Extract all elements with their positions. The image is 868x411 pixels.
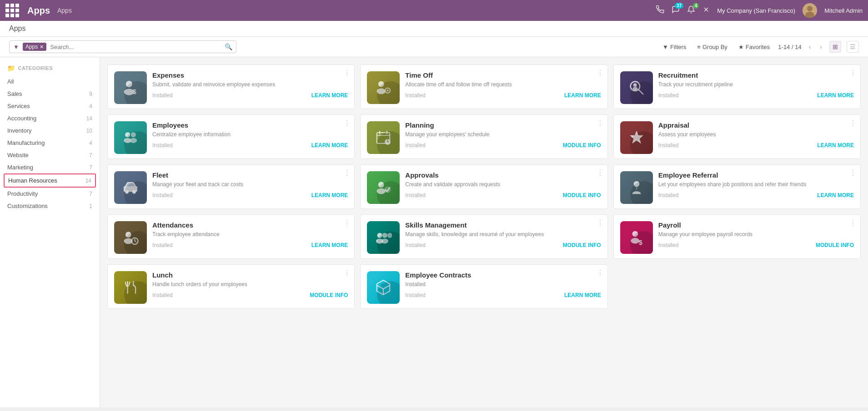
app-card: Approvals Create and validate approvals … (360, 164, 607, 209)
app-menu-dots[interactable]: ⋮ (343, 168, 351, 177)
app-menu-dots[interactable]: ⋮ (849, 69, 857, 77)
app-menu-dots[interactable]: ⋮ (343, 218, 351, 227)
sidebar-item-count: 4 (89, 103, 92, 109)
app-card: Time Off Allocate time off and follow ti… (360, 64, 607, 109)
filter-tag-close[interactable]: ✕ (40, 44, 44, 50)
app-action-button[interactable]: MODULE INFO (816, 242, 854, 248)
sidebar-item-all[interactable]: All (0, 75, 100, 88)
app-menu-dots[interactable]: ⋮ (343, 268, 351, 277)
sidebar-item-sales[interactable]: Sales 9 (0, 88, 100, 100)
prev-page-button[interactable]: ‹ (807, 42, 813, 51)
sidebar-item-services[interactable]: Services 4 (0, 100, 100, 112)
app-action-button[interactable]: MODULE INFO (563, 142, 601, 149)
favorites-button[interactable]: ★ Favorites (736, 42, 773, 52)
company-name[interactable]: My Company (San Francisco) (717, 7, 795, 14)
sidebar-item-manufacturing[interactable]: Manufacturing 4 (0, 137, 100, 149)
app-footer: Installed MODULE INFO (405, 242, 601, 248)
app-menu-dots[interactable]: ⋮ (849, 168, 857, 177)
app-info: Planning Manage your employees' schedule… (405, 121, 601, 149)
nav-link-apps[interactable]: Apps (57, 7, 72, 14)
folder-icon: 📁 (7, 64, 15, 72)
app-action-button[interactable]: MODULE INFO (563, 192, 601, 198)
sidebar-item-label: Website (7, 152, 29, 158)
app-menu-dots[interactable]: ⋮ (597, 168, 604, 177)
sidebar-item-count: 7 (89, 164, 92, 171)
sidebar-item-label: Services (7, 103, 30, 109)
app-card: Employees Centralize employee informatio… (107, 114, 355, 159)
app-action-button[interactable]: MODULE INFO (310, 292, 348, 298)
app-action-button[interactable]: LEARN MORE (817, 92, 854, 99)
app-menu-dots[interactable]: ⋮ (849, 119, 857, 127)
sidebar-item-marketing[interactable]: Marketing 7 (0, 161, 100, 173)
app-description: Let your employees share job positions a… (658, 181, 854, 188)
search-input[interactable] (50, 44, 221, 50)
avatar[interactable] (803, 3, 817, 18)
sidebar-item-inventory[interactable]: Inventory 10 (0, 124, 100, 137)
app-action-button[interactable]: LEARN MORE (817, 142, 854, 149)
filter-bar: ▼ Apps ✕ 🔍 ▼ Filters ≡ Group By ★ Favori… (0, 37, 868, 57)
sidebar-item-accounting[interactable]: Accounting 14 (0, 112, 100, 124)
app-action-button[interactable]: LEARN MORE (311, 92, 348, 99)
sidebar-item-count: 14 (85, 178, 91, 184)
svg-point-3 (807, 6, 813, 11)
app-action-button[interactable]: LEARN MORE (311, 192, 348, 198)
top-navigation: Apps Apps 37 4 My Company (San Francisco… (0, 0, 868, 21)
app-icon (114, 271, 147, 304)
sidebar-item-label: Accounting (7, 115, 36, 122)
app-status: Installed (658, 242, 679, 248)
app-action-button[interactable]: LEARN MORE (311, 242, 348, 248)
phone-icon[interactable] (656, 5, 664, 16)
page-info: 1-14 / 14 (778, 44, 801, 50)
app-footer: Installed MODULE INFO (658, 242, 854, 248)
app-footer: Installed MODULE INFO (405, 192, 601, 198)
sidebar-item-customizations[interactable]: Customizations 1 (0, 200, 100, 212)
app-footer: Installed LEARN MORE (152, 192, 348, 198)
sidebar-item-productivity[interactable]: Productivity 7 (0, 188, 100, 200)
filter-tag-apps[interactable]: Apps ✕ (23, 43, 46, 51)
app-name: Employee Referral (658, 171, 854, 179)
app-menu-dots[interactable]: ⋮ (343, 119, 351, 127)
grid-view-button[interactable]: ⊞ (829, 41, 841, 53)
app-status: Installed (405, 142, 426, 149)
sidebar-item-human-resources[interactable]: Human Resources 14 (4, 173, 96, 188)
notification-icon[interactable]: 4 (687, 5, 695, 16)
sidebar-item-label: Manufacturing (7, 139, 45, 146)
app-description: Allocate time off and follow time off re… (405, 81, 601, 89)
app-menu-dots[interactable]: ⋮ (343, 69, 351, 77)
app-action-button[interactable]: LEARN MORE (564, 292, 601, 298)
sidebar-item-label: Sales (7, 90, 22, 97)
app-name: Appraisal (658, 121, 854, 129)
app-info: Employee Contracts Installed Installed L… (405, 271, 601, 298)
filters-button[interactable]: ▼ Filters (660, 42, 689, 52)
app-action-button[interactable]: LEARN MORE (817, 192, 854, 198)
app-menu-dots[interactable]: ⋮ (597, 268, 604, 277)
sidebar: 📁 CATEGORIES All Sales 9 Services 4 Acco… (0, 57, 100, 407)
search-icon[interactable]: 🔍 (225, 43, 232, 50)
app-action-button[interactable]: MODULE INFO (563, 242, 601, 248)
secondary-title: Apps (9, 25, 25, 33)
app-action-button[interactable]: LEARN MORE (311, 142, 348, 149)
app-menu-dots[interactable]: ⋮ (849, 218, 857, 227)
next-page-button[interactable]: › (818, 42, 824, 51)
app-status: Installed (658, 92, 679, 99)
close-icon[interactable] (702, 6, 710, 15)
sidebar-item-website[interactable]: Website 7 (0, 149, 100, 161)
list-view-button[interactable]: ☰ (847, 41, 859, 53)
app-action-button[interactable]: LEARN MORE (564, 92, 601, 99)
chat-icon[interactable]: 37 (672, 5, 680, 16)
grid-menu-icon[interactable] (5, 4, 19, 17)
groupby-button[interactable]: ≡ Group By (694, 42, 730, 52)
app-status: Installed (152, 92, 173, 99)
sidebar-item-count: 1 (89, 203, 92, 209)
top-nav-icons: 37 4 My Company (San Francisco) Mitchell… (656, 3, 863, 18)
app-menu-dots[interactable]: ⋮ (597, 69, 604, 77)
app-footer: Installed LEARN MORE (405, 292, 601, 298)
app-icon (620, 171, 653, 204)
app-menu-dots[interactable]: ⋮ (597, 218, 604, 227)
app-menu-dots[interactable]: ⋮ (597, 119, 604, 127)
app-status: Installed (658, 192, 679, 198)
notification-badge: 4 (693, 3, 699, 9)
user-name[interactable]: Mitchell Admin (824, 7, 863, 14)
app-name: Time Off (405, 71, 601, 79)
app-status: Installed (405, 92, 426, 99)
